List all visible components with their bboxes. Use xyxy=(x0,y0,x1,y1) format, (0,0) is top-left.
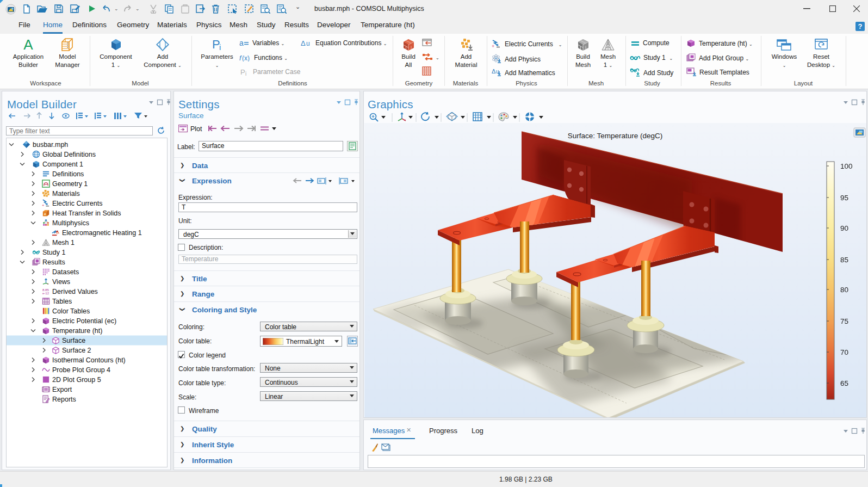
svg-text:Electric Potential (ec): Electric Potential (ec) xyxy=(52,317,116,325)
svg-text:P: P xyxy=(240,68,245,76)
svg-text:70: 70 xyxy=(840,348,848,356)
svg-text:Surface 2: Surface 2 xyxy=(62,347,91,354)
svg-text:(x): (x) xyxy=(242,54,250,61)
svg-text:a: a xyxy=(239,39,244,47)
svg-text:+: + xyxy=(492,44,494,48)
svg-text:Geometry 1: Geometry 1 xyxy=(52,180,88,188)
svg-text:80: 80 xyxy=(840,286,848,294)
svg-text:Surface: Temperature (degC): Surface: Temperature (degC) xyxy=(568,132,663,140)
svg-text:Δ: Δ xyxy=(301,39,306,47)
svg-text:Derived Values: Derived Values xyxy=(52,288,98,295)
svg-text:Surface: Surface xyxy=(62,337,85,344)
svg-text:95: 95 xyxy=(840,194,848,202)
svg-text:Global Definitions: Global Definitions xyxy=(42,151,96,158)
svg-text:75: 75 xyxy=(840,317,848,325)
svg-text:Materials: Materials xyxy=(52,190,80,198)
svg-text:u: u xyxy=(306,40,310,47)
svg-text:Views: Views xyxy=(52,278,70,286)
svg-text:Plot: Plot xyxy=(190,125,202,133)
svg-text:Δ: Δ xyxy=(492,68,496,75)
svg-text:Results: Results xyxy=(42,258,65,266)
svg-text:Isothermal Contours (ht): Isothermal Contours (ht) xyxy=(52,356,126,364)
svg-text:Probe Plot Group 4: Probe Plot Group 4 xyxy=(52,366,110,374)
svg-text:2D Plot Group 5: 2D Plot Group 5 xyxy=(52,376,101,384)
svg-text:65: 65 xyxy=(840,379,848,387)
svg-text:Color Tables: Color Tables xyxy=(52,307,90,315)
svg-text:Multiphysics: Multiphysics xyxy=(52,219,89,227)
svg-text:Tables: Tables xyxy=(52,298,72,305)
svg-text:A: A xyxy=(23,38,33,51)
svg-text:i: i xyxy=(219,42,221,51)
svg-text:i: i xyxy=(245,71,246,76)
svg-text:Reports: Reports xyxy=(52,396,76,403)
svg-text:100: 100 xyxy=(840,162,853,170)
svg-text:Heat Transfer in Solids: Heat Transfer in Solids xyxy=(52,209,121,217)
svg-text:90: 90 xyxy=(840,224,848,232)
svg-text:Temperature (ht): Temperature (ht) xyxy=(52,327,102,335)
svg-text:Study 1: Study 1 xyxy=(42,249,65,256)
svg-text:85: 85 xyxy=(840,256,848,264)
svg-text:Electromagnetic Heating 1: Electromagnetic Heating 1 xyxy=(62,229,142,237)
svg-text:Mesh 1: Mesh 1 xyxy=(52,239,75,246)
svg-text:busbar.mph: busbar.mph xyxy=(33,141,68,149)
svg-text:Electric Currents: Electric Currents xyxy=(52,200,102,207)
svg-text:Component 1: Component 1 xyxy=(42,161,83,168)
svg-text:Export: Export xyxy=(52,386,72,393)
svg-text:Definitions: Definitions xyxy=(52,170,84,178)
svg-text:Datasets: Datasets xyxy=(52,268,79,276)
